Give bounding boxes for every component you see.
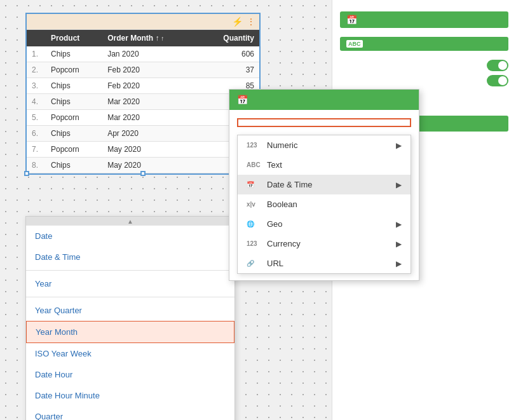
row-num: 6.	[27, 126, 46, 142]
dropdown-divider	[26, 297, 234, 297]
dropdown-item-date[interactable]: Date	[26, 226, 234, 247]
type-arrow: ▶	[396, 220, 402, 229]
row-num: 5.	[27, 110, 46, 126]
table-row: 7. Popcorn May 2020	[27, 142, 259, 158]
row-num: 1.	[27, 46, 46, 62]
toggle-1[interactable]	[487, 60, 508, 71]
data-table-wrapper: ⚡ ⋮ Product Order Month ↑ Quantity 1. Ch…	[25, 13, 261, 175]
calendar-icon: 📅	[346, 15, 357, 25]
popup-body: 123 Numeric ▶ ABC Text 📅 Date & Time ▶ x…	[229, 110, 419, 280]
type-item-label: URL	[267, 259, 390, 268]
type-item-currency[interactable]: 123 Currency ▶	[238, 234, 411, 254]
type-item-url[interactable]: 🔗 URL ▶	[238, 254, 411, 273]
data-table: Product Order Month ↑ Quantity 1. Chips …	[27, 30, 259, 173]
table-row: 5. Popcorn Mar 2020	[27, 110, 259, 126]
type-menu: 123 Numeric ▶ ABC Text 📅 Date & Time ▶ x…	[237, 135, 411, 274]
cell-product: Chips	[46, 126, 102, 142]
row-num: 3.	[27, 78, 46, 94]
type-badge: 🔗	[247, 260, 261, 267]
toggle-row-1	[340, 60, 508, 71]
type-item-boolean[interactable]: x|v Boolean	[238, 194, 411, 214]
type-item-text[interactable]: ABC Text	[238, 155, 411, 175]
col-order-month[interactable]: Order Month ↑	[102, 30, 200, 46]
table-toolbar: ⚡ ⋮	[27, 14, 259, 30]
resize-handle-bm[interactable]	[140, 171, 146, 176]
type-badge: ABC	[247, 161, 261, 168]
toggle-2[interactable]	[487, 75, 508, 86]
cell-month: May 2020	[102, 158, 200, 173]
type-item-date-&-time[interactable]: 📅 Date & Time ▶	[238, 175, 411, 194]
toggle-row-2	[340, 75, 508, 86]
dropdown-item-year[interactable]: Year	[26, 273, 234, 294]
row-num: 4.	[27, 94, 46, 110]
dropdown-divider	[26, 270, 234, 271]
table-row: 2. Popcorn Feb 2020 37	[27, 62, 259, 78]
cell-month: Mar 2020	[102, 94, 200, 110]
type-badge: 123	[247, 142, 261, 149]
col-num	[27, 30, 46, 46]
type-item-label: Date & Time	[267, 180, 390, 189]
type-arrow: ▶	[396, 141, 402, 150]
cell-product: Popcorn	[46, 110, 102, 126]
cell-product: Chips	[46, 78, 102, 94]
row-num: 2.	[27, 62, 46, 78]
type-item-label: Boolean	[267, 200, 402, 209]
dimension-pill[interactable]: ABC	[340, 37, 508, 51]
type-badge: x|v	[247, 201, 261, 208]
dropdown-item-year-quarter[interactable]: Year Quarter	[26, 300, 234, 321]
type-badge: 🌐	[247, 220, 261, 227]
cell-month: Mar 2020	[102, 110, 200, 126]
cell-product: Chips	[46, 158, 102, 173]
table-row: 3. Chips Feb 2020 85	[27, 78, 259, 94]
dropdown-item-year-month[interactable]: Year Month	[26, 321, 234, 343]
cell-month: Feb 2020	[102, 78, 200, 94]
type-item-label: Text	[267, 160, 402, 170]
dropdown-list: DateDate & TimeYearYear QuarterYear Mont…	[26, 226, 234, 420]
table-header-row: Product Order Month ↑ Quantity	[27, 30, 259, 46]
cell-product: Popcorn	[46, 62, 102, 78]
row-num: 7.	[27, 142, 46, 158]
scroll-indicator-top: ▲	[26, 217, 234, 226]
popup-header: 📅	[229, 90, 419, 110]
left-dropdown[interactable]: ▲ DateDate & TimeYearYear QuarterYear Mo…	[25, 216, 235, 420]
dropdown-item-date-hour-minute[interactable]: Date Hour Minute	[26, 385, 234, 406]
cell-qty: 37	[200, 62, 259, 78]
cell-product: Chips	[46, 46, 102, 62]
name-value-box[interactable]	[237, 118, 411, 127]
type-arrow: ▶	[396, 180, 402, 189]
table-row: 1. Chips Jan 2020 606	[27, 46, 259, 62]
type-badge: 123	[247, 240, 261, 247]
dropdown-item-date-&-time[interactable]: Date & Time	[26, 247, 234, 268]
type-badge: 📅	[247, 181, 261, 188]
type-item-numeric[interactable]: 123 Numeric ▶	[238, 135, 411, 155]
dropdown-item-quarter[interactable]: Quarter	[26, 406, 234, 420]
table-row: 6. Chips Apr 2020	[27, 126, 259, 142]
cell-qty: 606	[200, 46, 259, 62]
cell-product: Popcorn	[46, 142, 102, 158]
order-month-popup: 📅 123 Numeric ▶ ABC Text 📅 Date & Time ▶…	[229, 89, 419, 281]
type-item-label: Currency	[267, 239, 390, 248]
dropdown-item-date-hour[interactable]: Date Hour	[26, 364, 234, 385]
cell-month: Feb 2020	[102, 62, 200, 78]
filter-icon[interactable]: ⚡	[232, 17, 243, 27]
row-num: 8.	[27, 158, 46, 173]
dropdown-item-iso-year-week[interactable]: ISO Year Week	[26, 343, 234, 364]
popup-header-icon: 📅	[237, 95, 248, 105]
resize-handle-bl[interactable]	[24, 171, 29, 176]
col-product[interactable]: Product	[46, 30, 102, 46]
col-quantity[interactable]: Quantity	[200, 30, 259, 46]
type-item-label: Numeric	[267, 140, 390, 150]
cell-month: Jan 2020	[102, 46, 200, 62]
abc-badge: ABC	[346, 40, 363, 48]
cell-month: Apr 2020	[102, 126, 200, 142]
type-arrow: ▶	[396, 240, 402, 248]
type-arrow: ▶	[396, 259, 402, 268]
type-item-label: Geo	[267, 219, 390, 229]
more-icon[interactable]: ⋮	[247, 17, 255, 27]
type-item-geo[interactable]: 🌐 Geo ▶	[238, 214, 411, 234]
table-row: 4. Chips Mar 2020	[27, 94, 259, 110]
date-range-pill[interactable]: 📅	[340, 11, 508, 28]
cell-month: May 2020	[102, 142, 200, 158]
cell-product: Chips	[46, 94, 102, 110]
